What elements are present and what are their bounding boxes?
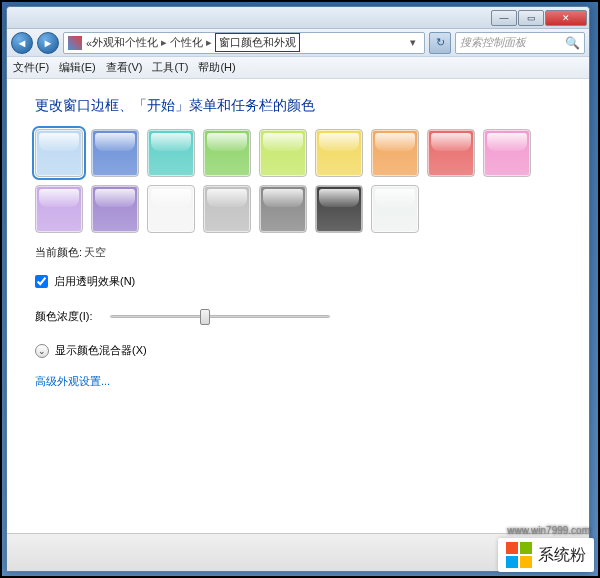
slider-thumb[interactable] xyxy=(200,309,210,325)
slider-track xyxy=(110,315,330,318)
titlebar: — ▭ ✕ xyxy=(7,7,589,29)
color-swatch-green[interactable] xyxy=(203,129,251,177)
color-swatch-orange[interactable] xyxy=(371,129,419,177)
color-swatch-lavender[interactable] xyxy=(35,185,83,233)
color-mixer-label: 显示颜色混合器(X) xyxy=(55,343,147,358)
transparency-row: 启用透明效果(N) xyxy=(35,274,561,289)
chevron-right-icon: ▸ xyxy=(161,36,167,49)
search-placeholder: 搜索控制面板 xyxy=(460,35,526,50)
menu-tools[interactable]: 工具(T) xyxy=(152,60,188,75)
page-title: 更改窗口边框、「开始」菜单和任务栏的颜色 xyxy=(35,97,561,115)
close-button[interactable]: ✕ xyxy=(545,10,587,26)
menu-edit[interactable]: 编辑(E) xyxy=(59,60,96,75)
watermark-logo-icon xyxy=(506,542,532,568)
intensity-slider[interactable] xyxy=(110,307,330,325)
watermark: 系统粉 xyxy=(498,538,594,572)
search-icon[interactable]: 🔍 xyxy=(565,36,580,50)
nav-back-button[interactable]: ◄ xyxy=(11,32,33,54)
control-panel-window: — ▭ ✕ ◄ ► « 外观和个性化 ▸ 个性化 ▸ 窗口颜色和外观 ▾ ↻ 搜… xyxy=(6,6,590,572)
content-area: 更改窗口边框、「开始」菜单和任务栏的颜色 当前颜色: 天空 启用透明效果(N) … xyxy=(7,79,589,533)
color-swatch-red[interactable] xyxy=(427,129,475,177)
address-bar: ◄ ► « 外观和个性化 ▸ 个性化 ▸ 窗口颜色和外观 ▾ ↻ 搜索控制面板 … xyxy=(7,29,589,57)
watermark-url: www.win7999.com xyxy=(507,525,590,536)
color-swatch-sky[interactable] xyxy=(35,129,83,177)
watermark-text: 系统粉 xyxy=(538,545,586,566)
menu-view[interactable]: 查看(V) xyxy=(106,60,143,75)
color-mixer-expander[interactable]: ⌄ 显示颜色混合器(X) xyxy=(35,343,561,358)
minimize-button[interactable]: — xyxy=(491,10,517,26)
current-color-value: 天空 xyxy=(84,245,106,260)
transparency-label[interactable]: 启用透明效果(N) xyxy=(54,274,135,289)
breadcrumb-appearance[interactable]: 外观和个性化 xyxy=(92,35,158,50)
color-swatch-purple[interactable] xyxy=(91,185,139,233)
menu-help[interactable]: 帮助(H) xyxy=(198,60,235,75)
refresh-button[interactable]: ↻ xyxy=(429,32,451,54)
color-swatch-frost[interactable] xyxy=(371,185,419,233)
transparency-checkbox[interactable] xyxy=(35,275,48,288)
maximize-button[interactable]: ▭ xyxy=(518,10,544,26)
search-input[interactable]: 搜索控制面板 🔍 xyxy=(455,32,585,54)
menu-bar: 文件(F) 编辑(E) 查看(V) 工具(T) 帮助(H) xyxy=(7,57,589,79)
advanced-appearance-link[interactable]: 高级外观设置... xyxy=(35,374,561,389)
current-color-row: 当前颜色: 天空 xyxy=(35,245,561,260)
color-swatch-white[interactable] xyxy=(147,185,195,233)
color-swatch-grid xyxy=(35,129,561,233)
color-swatch-pink[interactable] xyxy=(483,129,531,177)
color-swatch-gray[interactable] xyxy=(203,185,251,233)
control-panel-icon xyxy=(68,36,82,50)
breadcrumb-window-color[interactable]: 窗口颜色和外观 xyxy=(215,33,300,52)
menu-file[interactable]: 文件(F) xyxy=(13,60,49,75)
color-swatch-teal[interactable] xyxy=(147,129,195,177)
color-swatch-yellow[interactable] xyxy=(315,129,363,177)
breadcrumb-personalization[interactable]: 个性化 xyxy=(170,35,203,50)
nav-forward-button[interactable]: ► xyxy=(37,32,59,54)
intensity-row: 颜色浓度(I): xyxy=(35,307,561,325)
current-color-label: 当前颜色: xyxy=(35,245,82,260)
color-swatch-darkgray[interactable] xyxy=(259,185,307,233)
intensity-label: 颜色浓度(I): xyxy=(35,309,92,324)
color-swatch-lime[interactable] xyxy=(259,129,307,177)
chevron-down-icon: ⌄ xyxy=(35,344,49,358)
color-swatch-blue[interactable] xyxy=(91,129,139,177)
color-swatch-black[interactable] xyxy=(315,185,363,233)
breadcrumb-box[interactable]: « 外观和个性化 ▸ 个性化 ▸ 窗口颜色和外观 ▾ xyxy=(63,32,425,54)
breadcrumb-dropdown-icon[interactable]: ▾ xyxy=(406,36,420,49)
chevron-right-icon: ▸ xyxy=(206,36,212,49)
